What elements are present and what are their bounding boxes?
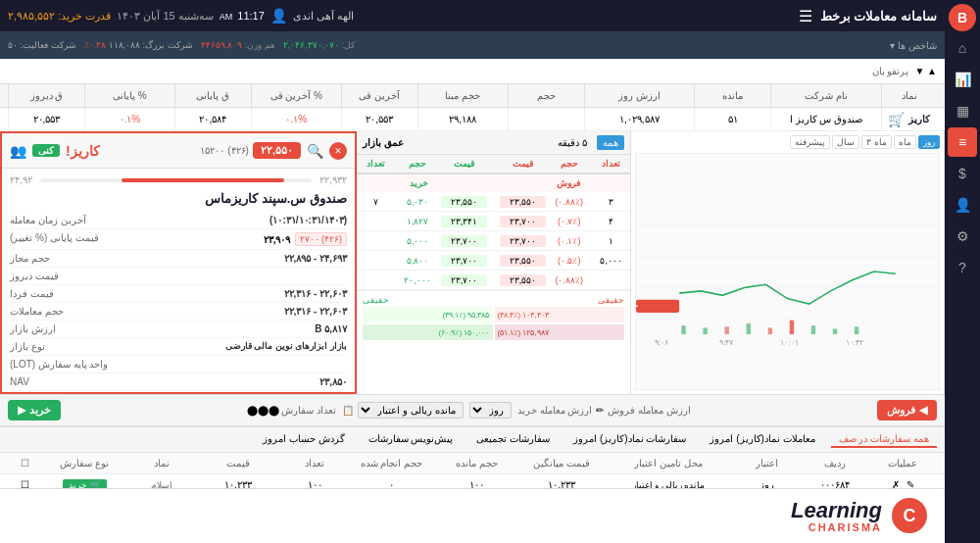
user-icon[interactable]: 👤 [270, 8, 287, 24]
chart-btn-advanced[interactable]: پیشرفته [790, 135, 830, 149]
detail-close-button[interactable]: × [329, 142, 347, 160]
brand-logo-svg: C [890, 496, 929, 535]
detail-row-tomorrow: ۲۲,۶۰۳ - ۲۲,۳۱۶ قیمت فردا [10, 285, 347, 303]
orders-tab-collective[interactable]: سفارشات تجمیعی [468, 431, 558, 448]
order-fund-select[interactable]: مانده ریالی و اعتبار [358, 402, 464, 419]
oth-source: محل تامین اعتبار [605, 458, 732, 469]
buy-button[interactable]: خرید ▶ [8, 400, 61, 420]
detail-row-lot: واحد پایه سفارش (LOT) [10, 356, 347, 373]
detail-price-change: (‌۴۲۶) ۱۵۲۰۰ [200, 145, 248, 156]
detail-header-left: × 🔍 ۲۲,۵۵۰ (‌۴۲۶) ۱۵۲۰۰ [200, 142, 347, 160]
detail-panel: × 🔍 ۲۲,۵۵۰ (‌۴۲۶) ۱۵۲۰۰ کاریز! کنی 👥 [0, 131, 357, 394]
detail-last-trade-value: (۱۰:۳۱/۱۰:۳۱/۱۴۰۳) [270, 215, 347, 225]
oth-avg: قیمت میانگین [519, 458, 605, 469]
market-row-4: ۵,۰۰۰ (۰.۵٪) ۲۳,۵۵۰ ۲۳,۷۰۰ ۵,۸۰۰ [357, 251, 630, 271]
detail-price-block: ۲۲,۵۵۰ (‌۴۲۶) ۱۵۲۰۰ [200, 142, 301, 159]
buy-sell-bars: حقیقی حقیقی ۱۰۳,۴۰۳ (۴۸.۴٪) ۹۵,۳۸۵ (۳۹.۱… [357, 290, 630, 344]
price-range-bar [40, 178, 312, 182]
orders-tab-trades[interactable]: معاملات نماد(کاریز) امروز [702, 431, 822, 448]
section-labels: فروش خرید [357, 174, 630, 192]
mr4-sp: ۲۳,۵۵۰ [500, 255, 546, 267]
secondary-nav: شاخص ها ▾ کل: ۲,۰۴۶,۳۷۰,۰۷۰ هم وزن: ۴۴۶۵… [0, 31, 945, 59]
detail-trade-range-value: ۲۴,۶۹۳ - ۲۲,۸۹۵ [284, 253, 347, 264]
mr4-sv: (۰.۵٪) [546, 256, 592, 266]
hamburger-icon[interactable]: ☰ [799, 7, 812, 25]
orders-tabs: همه سفارشات در صف معاملات نماد(کاریز) ام… [0, 427, 945, 453]
orders-tab-account[interactable]: گردش حساب امروز [255, 431, 353, 448]
td-closepct: ۰.۱% [84, 108, 174, 130]
detail-last-price-change: (‌۴۲۶) ۲۷۰۰ [295, 232, 348, 246]
market-row-1: ۳ (۰.۸۸٪) ۲۳,۵۵۰ ۲۳,۵۵۰ ۵,۰۳۰ ۷ [357, 192, 630, 212]
mr1-sv: (۰.۸۸٪) [546, 197, 592, 207]
sidebar-icon-home[interactable]: ⌂ [948, 33, 977, 63]
sell-label: فروش [887, 404, 915, 417]
detail-market-type-value: بازار ابزارهای نوین مالی قارضی [225, 341, 347, 352]
td-company: صندوق س کاریز ا [770, 108, 881, 130]
user-name: الهه آهی اندی [293, 10, 354, 23]
edit-icon[interactable]: ✏ [596, 405, 604, 416]
weight-val: هم وزن: ۴۴۶۵۹,۸۰۹ [201, 40, 275, 50]
orders-tab-all[interactable]: همه سفارشات در صف [831, 431, 937, 448]
sidebar-icon-trade[interactable]: ≡ [948, 127, 977, 157]
th-company: نام شرکت [770, 84, 881, 107]
bar-labels: حقیقی حقیقی [363, 295, 624, 305]
mh-sell-vol: حجم [546, 159, 592, 169]
order-period-select[interactable]: روز [469, 402, 512, 419]
oth-done: حجم انجام شده [349, 458, 434, 469]
sidebar-icon-dollar[interactable]: $ [948, 159, 977, 188]
oth-symbol: نماد [127, 458, 196, 469]
th-qty: مانده [694, 84, 770, 107]
detail-nav-label: NAV [10, 376, 29, 387]
market-tab-5min[interactable]: ۵ دقیقه [552, 135, 593, 150]
svg-text:۹:۴۷: ۹:۴۷ [719, 338, 734, 347]
orders-table-header: عملیات ردیف اعتبار محل تامین اعتبار قیمت… [0, 453, 945, 474]
sidebar-icon-portfolio[interactable]: ▦ [948, 96, 977, 125]
svg-rect-14 [811, 325, 815, 334]
buy-bar-legal: ۱۵۰,۰۰۰ (۶۰.۹٪) [363, 324, 493, 340]
td-value: ۱,۰۲۹,۵۸۷ [584, 108, 695, 130]
chart-btn-year[interactable]: سال [832, 135, 859, 149]
chart-btn-day[interactable]: روز [918, 135, 940, 149]
sell-button[interactable]: ◀ فروش [877, 400, 937, 420]
td-lastpct: ۰.۱% [251, 108, 341, 130]
mr1-bv: ۵,۰۳۰ [395, 197, 441, 207]
kariz-label: کاریز! [66, 143, 100, 159]
stock-row[interactable]: کاریز 🛒 صندوق س کاریز ا ۵۱ ۱,۰۲۹,۵۸۷ ۲۹,… [0, 108, 945, 131]
sidebar-icon-chart[interactable]: 📊 [948, 65, 977, 94]
detail-lot-label: واحد پایه سفارش (LOT) [10, 359, 108, 370]
oth-row: ردیف [801, 458, 869, 469]
portfolio-toggle[interactable]: ▲ ▼ [914, 66, 937, 76]
sidebar-icon-users[interactable]: 👤 [948, 190, 977, 220]
td-symbol: کاریز 🛒 [881, 108, 937, 130]
sell-section-label: فروش [506, 178, 630, 188]
detail-search-icon[interactable]: 🔍 [307, 143, 323, 159]
td-close: ۲۰,۵۸۴ [174, 108, 251, 130]
svg-rect-12 [768, 327, 772, 334]
buy-label: خرید [29, 404, 51, 417]
mr5-bv: ۲۰,۰۰۰ [395, 275, 441, 285]
oth-credit: اعتبار [732, 458, 801, 469]
svg-text:۱۰:۰۱: ۱۰:۰۱ [780, 338, 798, 347]
svg-text:۲۲,۶۴: ۲۲,۶۴ [636, 303, 638, 312]
chart-btn-month[interactable]: ماه ۳ [861, 135, 892, 149]
market-tab-all[interactable]: همه [597, 135, 624, 150]
chart-btn-3month[interactable]: ماه [894, 135, 916, 149]
mr2-sp: ۲۳,۷۰۰ [500, 216, 546, 227]
sidebar-icon-help[interactable]: ? [948, 253, 977, 282]
mr5-bp: ۲۳,۷۰۰ [441, 274, 487, 286]
filter-row: ▲ ▼ پرتفو بان [0, 59, 945, 84]
detail-last-trade-label: آخرین زمان معامله [10, 215, 86, 225]
market-depth-header: تعداد حجم قیمت قیمت حجم تعداد [357, 155, 630, 174]
order-count-field: تعداد سفارش ⬤⬤⬤ [247, 405, 336, 416]
mr5-sv: (۰.۸۸٪) [546, 275, 592, 285]
buy-section-label: خرید [357, 178, 481, 188]
detail-row-nav: ۲۳,۸۵۰ NAV [10, 373, 347, 391]
sidebar-icon-settings[interactable]: ⚙ [948, 222, 977, 251]
oth-checkbox[interactable]: ☐ [8, 458, 42, 469]
orders-tab-orders[interactable]: سفارشات نماد(کاریز) امروز [565, 431, 694, 448]
th-symbol: نماد [881, 84, 937, 107]
oth-count: تعداد [280, 458, 349, 469]
orders-tab-draft[interactable]: پیش‌نویس سفارشات [361, 431, 462, 448]
top-nav-left: الهه آهی اندی 👤 11:17 AM سه‌شنبه 15 آبان… [8, 8, 354, 24]
th-lastpct: % آخرین قی [251, 84, 341, 107]
